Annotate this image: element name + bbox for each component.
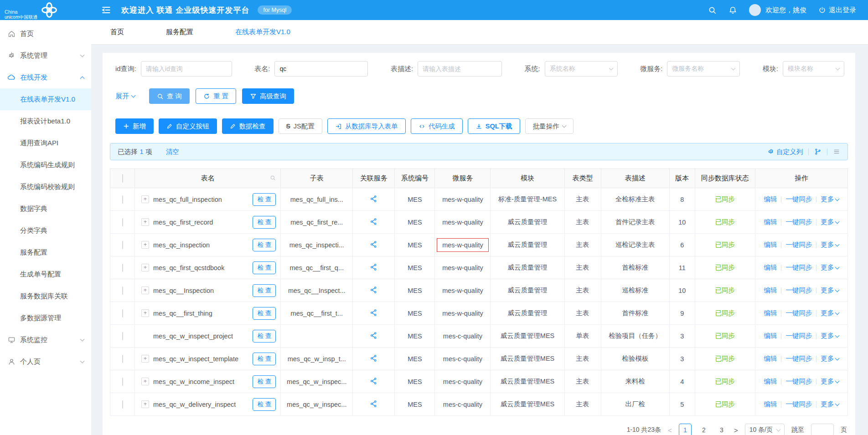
user-menu[interactable]: 欢迎您，姚俊 <box>749 4 806 16</box>
share-icon[interactable] <box>370 309 377 317</box>
op-more-link[interactable]: 更多 <box>821 332 839 340</box>
row-checkbox[interactable] <box>122 332 123 340</box>
row-checkbox[interactable] <box>122 241 123 249</box>
menu-fold-icon[interactable] <box>101 5 111 15</box>
tab-3[interactable]: 在线表单开发V1.0 <box>235 28 290 36</box>
share-icon[interactable] <box>370 195 377 203</box>
check-button[interactable]: 检 查 <box>253 375 276 388</box>
op-more-link[interactable]: 更多 <box>821 218 839 226</box>
op-edit-link[interactable]: 编辑 <box>764 332 777 340</box>
row-checkbox[interactable] <box>122 309 123 317</box>
reset-button[interactable]: 重 置 <box>196 88 236 104</box>
op-more-link[interactable]: 更多 <box>821 377 839 386</box>
batch-ops-button[interactable]: 批量操作 <box>525 118 574 134</box>
customize-columns-button[interactable]: 自定义列 <box>768 148 803 156</box>
sidebar-item-service-config[interactable]: 服务配置 <box>0 241 91 263</box>
op-more-link[interactable]: 更多 <box>821 354 839 363</box>
op-edit-link[interactable]: 编辑 <box>764 263 777 272</box>
tab-2[interactable]: 服务配置 <box>166 28 193 36</box>
expand-row-button[interactable]: + <box>141 264 149 271</box>
custom-button-button[interactable]: 自定义按钮 <box>159 118 217 134</box>
op-one-key-sync-link[interactable]: 一键同步 <box>785 241 812 249</box>
page-size-select[interactable]: 10 条/页 <box>745 424 785 435</box>
op-one-key-sync-link[interactable]: 一键同步 <box>785 354 812 363</box>
sidebar-item-sys-code-gen-rules[interactable]: 系统编码生成规则 <box>0 154 91 176</box>
sidebar-item-gen-serial-config[interactable]: 生成单号配置 <box>0 263 91 285</box>
share-icon[interactable] <box>370 332 377 339</box>
op-edit-link[interactable]: 编辑 <box>764 241 777 249</box>
op-one-key-sync-link[interactable]: 一键同步 <box>785 332 812 340</box>
id-query-input[interactable] <box>141 61 232 77</box>
check-button[interactable]: 检 查 <box>253 307 276 320</box>
logout-button[interactable]: 退出登录 <box>818 6 856 15</box>
expand-row-button[interactable]: + <box>141 241 149 249</box>
row-checkbox[interactable] <box>122 264 123 272</box>
tab-1[interactable]: 首页 <box>110 28 124 36</box>
microservice-select[interactable]: 微服务名称 <box>667 61 740 77</box>
sidebar-item-report-design[interactable]: 报表设计beta1.0 <box>0 110 91 132</box>
op-more-link[interactable]: 更多 <box>821 400 839 409</box>
sidebar-item-system-mgmt[interactable]: 系统管理 <box>0 45 91 67</box>
op-one-key-sync-link[interactable]: 一键同步 <box>785 263 812 272</box>
data-check-button[interactable]: 数据检查 <box>222 118 274 134</box>
expand-row-button[interactable]: + <box>141 218 149 226</box>
check-button[interactable]: 检 查 <box>253 193 276 206</box>
expand-row-button[interactable]: + <box>141 378 149 385</box>
module-select[interactable]: 模块名称 <box>783 61 844 77</box>
row-checkbox[interactable] <box>122 355 123 363</box>
op-one-key-sync-link[interactable]: 一键同步 <box>785 309 812 317</box>
op-more-link[interactable]: 更多 <box>821 263 839 272</box>
row-checkbox[interactable] <box>122 218 123 226</box>
op-edit-link[interactable]: 编辑 <box>764 377 777 386</box>
op-edit-link[interactable]: 编辑 <box>764 286 777 295</box>
check-button[interactable]: 检 查 <box>253 261 276 274</box>
expand-row-button[interactable]: + <box>141 287 149 294</box>
op-edit-link[interactable]: 编辑 <box>764 309 777 317</box>
bell-icon[interactable] <box>728 6 737 15</box>
next-page-button[interactable]: > <box>734 426 738 434</box>
branch-icon[interactable] <box>814 148 822 155</box>
sidebar-item-sys-code-check-rules[interactable]: 系统编码校验规则 <box>0 176 91 198</box>
table-desc-input[interactable] <box>418 61 502 77</box>
check-button[interactable]: 检 查 <box>253 284 276 297</box>
sidebar-item-multi-datasource[interactable]: 多数据源管理 <box>0 307 91 329</box>
sidebar-item-home[interactable]: 首页 <box>0 23 91 45</box>
search-icon[interactable] <box>708 6 717 15</box>
op-one-key-sync-link[interactable]: 一键同步 <box>785 218 812 226</box>
op-one-key-sync-link[interactable]: 一键同步 <box>785 195 812 204</box>
op-edit-link[interactable]: 编辑 <box>764 354 777 363</box>
query-button[interactable]: 查 询 <box>149 88 190 104</box>
op-one-key-sync-link[interactable]: 一键同步 <box>785 377 812 386</box>
row-checkbox[interactable] <box>122 195 123 204</box>
sidebar-item-data-dictionary[interactable]: 数据字典 <box>0 198 91 220</box>
check-button[interactable]: 检 查 <box>253 398 276 411</box>
expand-toggle[interactable]: 展开 <box>115 92 135 101</box>
sidebar-item-general-query-api[interactable]: 通用查询API <box>0 132 91 154</box>
list-view-icon[interactable] <box>833 148 840 155</box>
sidebar-item-service-db-relation[interactable]: 服务数据库关联 <box>0 285 91 307</box>
sidebar-item-personal-page[interactable]: 个人页 <box>0 351 91 373</box>
table-name-input[interactable] <box>274 61 368 77</box>
share-icon[interactable] <box>370 400 377 408</box>
sql-download-button[interactable]: SQL下载 <box>468 118 520 134</box>
page-1-button[interactable]: 1 <box>679 424 692 435</box>
op-edit-link[interactable]: 编辑 <box>764 218 777 226</box>
share-icon[interactable] <box>370 241 377 248</box>
code-gen-button[interactable]: 代码生成 <box>411 118 463 134</box>
add-button[interactable]: 新增 <box>115 118 154 134</box>
op-edit-link[interactable]: 编辑 <box>764 195 777 204</box>
sidebar-item-online-dev[interactable]: 在线开发 <box>0 67 91 88</box>
page-3-button[interactable]: 3 <box>716 426 727 434</box>
op-one-key-sync-link[interactable]: 一键同步 <box>785 286 812 295</box>
op-one-key-sync-link[interactable]: 一键同步 <box>785 400 812 409</box>
expand-row-button[interactable]: + <box>141 195 149 203</box>
share-icon[interactable] <box>370 263 377 271</box>
prev-page-button[interactable]: < <box>668 426 672 434</box>
op-more-link[interactable]: 更多 <box>821 195 839 204</box>
jump-page-input[interactable] <box>811 424 834 435</box>
share-icon[interactable] <box>370 286 377 294</box>
advanced-query-button[interactable]: 高级查询 <box>242 88 294 104</box>
sidebar-item-category-dictionary[interactable]: 分类字典 <box>0 220 91 241</box>
import-form-from-db-button[interactable]: 从数据库导入表单 <box>327 118 406 134</box>
check-button[interactable]: 检 查 <box>253 216 276 229</box>
